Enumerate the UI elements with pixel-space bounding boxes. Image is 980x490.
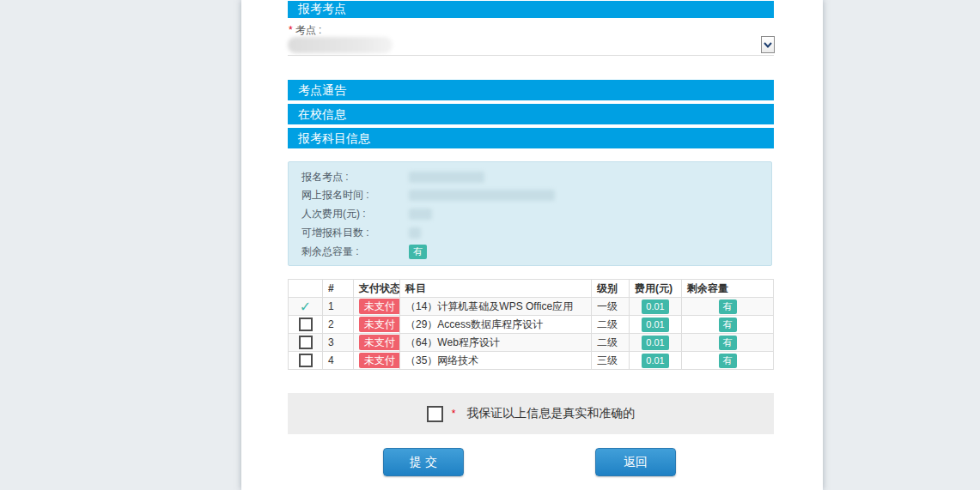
- col-subject: 科目: [400, 280, 592, 298]
- row-number: 2: [323, 316, 354, 334]
- fee-badge: 0.01: [642, 354, 668, 368]
- section-header-site-notice[interactable]: 考点通告: [288, 80, 774, 100]
- submit-button[interactable]: 提 交: [383, 448, 464, 476]
- form-panel: 报考考点 *考点 : 考点通告 在校信息 报考科目信息 报名考点 : 网上报名时…: [241, 0, 823, 490]
- capacity-badge: 有: [719, 336, 737, 350]
- subject-name: （29）Access数据库程序设计: [400, 316, 592, 334]
- table-row: 2 未支付 （29）Access数据库程序设计 二级 0.01 有: [289, 316, 774, 334]
- col-capacity: 剩余容量: [682, 280, 774, 298]
- subject-level: 三级: [592, 352, 630, 370]
- pay-status-badge: 未支付: [359, 299, 400, 314]
- section-header-exam-site: 报考考点: [288, 1, 774, 18]
- col-pay-status: 支付状态: [354, 280, 400, 298]
- required-asterisk: *: [289, 24, 293, 36]
- subject-name: （35）网络技术: [400, 352, 592, 370]
- table-row: 3 未支付 （64）Web程序设计 二级 0.01 有: [289, 334, 774, 352]
- subjects-tbody: ✓ 1 未支付 （14）计算机基础及WPS Office应用 一级 0.01 有…: [289, 298, 774, 370]
- summary-row-fee: 人次费用(元) :: [289, 207, 771, 222]
- summary-row-time: 网上报名时间 :: [289, 188, 771, 203]
- table-row: 4 未支付 （35）网络技术 三级 0.01 有: [289, 352, 774, 370]
- summary-label: 剩余总容量 :: [301, 245, 409, 259]
- fee-badge: 0.01: [642, 299, 668, 314]
- summary-label: 人次费用(元) :: [301, 207, 409, 221]
- summary-label: 报名考点 :: [301, 170, 409, 185]
- fee-badge: 0.01: [642, 318, 668, 332]
- capacity-badge: 有: [719, 299, 737, 314]
- exam-site-value-redacted: [288, 37, 393, 53]
- capacity-badge: 有: [719, 354, 737, 368]
- row-select-cell[interactable]: [289, 316, 323, 334]
- subject-level: 一级: [592, 298, 630, 316]
- summary-label: 网上报名时间 :: [301, 188, 409, 203]
- redacted-value: [409, 172, 484, 183]
- row-checkbox[interactable]: [299, 336, 313, 349]
- summary-label: 可增报科目数 :: [301, 226, 409, 240]
- confirmation-bar: * 我保证以上信息是真实和准确的: [288, 393, 774, 434]
- section-header-subject-info[interactable]: 报考科目信息: [288, 128, 774, 148]
- exam-site-label-text: 考点 :: [295, 24, 322, 36]
- select-underline: [288, 55, 774, 56]
- row-number: 1: [323, 298, 354, 316]
- pay-status-badge: 未支付: [359, 317, 400, 332]
- redacted-value: [409, 209, 432, 220]
- subject-name: （14）计算机基础及WPS Office应用: [400, 298, 592, 316]
- table-row: ✓ 1 未支付 （14）计算机基础及WPS Office应用 一级 0.01 有: [289, 298, 774, 316]
- row-checkbox[interactable]: [299, 354, 313, 367]
- exam-site-select[interactable]: [288, 35, 774, 55]
- subject-name: （64）Web程序设计: [400, 334, 592, 352]
- col-select: [289, 280, 323, 298]
- section-header-school-info[interactable]: 在校信息: [288, 104, 774, 124]
- summary-row-capacity: 剩余总容量 : 有: [289, 244, 771, 259]
- col-level: 级别: [592, 280, 630, 298]
- summary-row-site: 报名考点 :: [289, 169, 771, 185]
- row-number: 3: [323, 334, 354, 352]
- table-header-row: # 支付状态 科目 级别 费用(元) 剩余容量: [289, 280, 774, 298]
- row-checkbox[interactable]: [299, 318, 313, 331]
- col-fee: 费用(元): [630, 280, 682, 298]
- required-asterisk: *: [452, 408, 456, 420]
- row-select-cell[interactable]: [289, 352, 323, 370]
- row-select-cell[interactable]: [289, 334, 323, 352]
- select-dropdown-arrow-icon[interactable]: [761, 36, 775, 53]
- col-number: #: [323, 280, 354, 298]
- pay-status-badge: 未支付: [359, 335, 400, 350]
- confirmation-text: 我保证以上信息是真实和准确的: [466, 406, 635, 421]
- row-number: 4: [323, 352, 354, 370]
- pay-status-badge: 未支付: [359, 353, 400, 368]
- summary-row-addable: 可增报科目数 :: [289, 225, 771, 240]
- row-select-cell[interactable]: ✓: [289, 298, 323, 316]
- capacity-badge: 有: [719, 318, 737, 332]
- fee-badge: 0.01: [642, 336, 668, 350]
- confirm-checkbox[interactable]: [427, 406, 443, 422]
- capacity-badge: 有: [409, 245, 427, 259]
- subject-level: 二级: [592, 316, 630, 334]
- subject-level: 二级: [592, 334, 630, 352]
- subjects-table: # 支付状态 科目 级别 费用(元) 剩余容量 ✓ 1 未支付 （14）计算机基…: [288, 279, 774, 370]
- redacted-value: [409, 190, 555, 201]
- selected-checkmark-icon[interactable]: ✓: [300, 299, 311, 314]
- registration-summary-panel: 报名考点 : 网上报名时间 : 人次费用(元) : 可增报科目数 : 剩余总容量…: [288, 161, 772, 266]
- form-content: 报考考点 *考点 : 考点通告 在校信息 报考科目信息 报名考点 : 网上报名时…: [288, 0, 774, 490]
- redacted-value: [409, 227, 421, 239]
- back-button[interactable]: 返回: [595, 448, 676, 476]
